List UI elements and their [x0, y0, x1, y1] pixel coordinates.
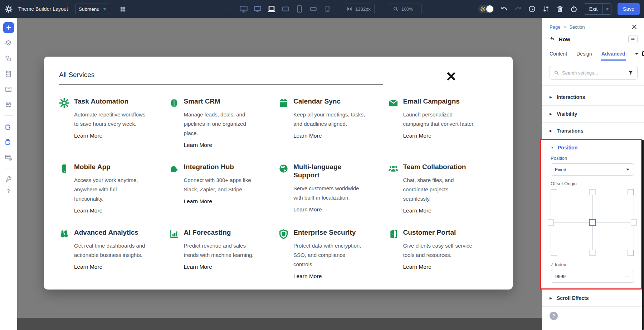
chevron-down-icon — [626, 168, 630, 171]
viewport-width-value: 1382px — [355, 6, 371, 12]
sidebar-item-wrench[interactable] — [3, 174, 14, 185]
learn-more-link[interactable]: Learn More — [74, 264, 102, 270]
sidebar-item-shapes[interactable] — [3, 53, 14, 64]
power-icon[interactable] — [570, 5, 578, 13]
sidebar-divider — [4, 115, 13, 116]
learn-more-link[interactable]: Learn More — [74, 133, 102, 139]
tablet-landscape-icon — [281, 5, 290, 13]
binoculars-icon — [59, 229, 69, 239]
service-card: Mobile App Access your work anytime, any… — [59, 163, 169, 229]
save-button[interactable]: Save — [618, 3, 640, 15]
sidebar-item-plus[interactable] — [3, 22, 14, 33]
panel-close-icon[interactable] — [631, 24, 638, 30]
filter-funnel-icon[interactable] — [628, 70, 633, 75]
zoom-control[interactable]: 100% — [389, 4, 422, 14]
door-icon — [388, 229, 399, 239]
origin-handle-center-selected[interactable] — [589, 219, 596, 226]
service-card-body: Smart CRM Manage leads, deals, and pipel… — [184, 97, 246, 148]
accordion-transitions[interactable]: ▶Transitions — [542, 122, 644, 139]
learn-more-link[interactable]: Learn More — [403, 264, 431, 270]
node-label: Row — [559, 36, 570, 42]
exit-caret-button[interactable] — [602, 4, 611, 14]
sidebar-item-cursor-dots[interactable] — [3, 121, 14, 132]
device-phone[interactable] — [322, 4, 333, 14]
service-title: Smart CRM — [184, 97, 246, 106]
origin-handle-middle-left[interactable] — [548, 220, 554, 226]
position-select[interactable]: Fixed — [551, 163, 634, 176]
desktop-xl-icon — [239, 5, 248, 13]
device-desktop[interactable] — [252, 4, 263, 14]
accordion-scroll-effects[interactable]: ▶ Scroll Effects — [542, 290, 644, 306]
kebab-menu-icon[interactable] — [229, 6, 230, 12]
modal-title: All Services — [59, 71, 498, 79]
panel-scrollbar[interactable] — [642, 140, 644, 330]
position-section-body: Position Fixed Offset Origin — [541, 150, 641, 288]
learn-more-link[interactable]: Learn More — [184, 142, 212, 148]
puzzle-icon — [169, 163, 179, 174]
breadcrumb-section[interactable]: Section — [569, 24, 585, 30]
z-index-input[interactable] — [555, 274, 577, 279]
service-card-body: Integration Hub Connect with 300+ apps l… — [184, 163, 251, 205]
redo-icon[interactable] — [514, 5, 522, 13]
tabs-responsive-toggle[interactable] — [635, 50, 644, 57]
origin-handle-top-right[interactable] — [628, 189, 634, 195]
breadcrumb-page[interactable]: Page — [550, 24, 560, 30]
service-title: Task Automation — [74, 97, 145, 106]
shapes-icon — [5, 55, 12, 62]
position-accordion-header[interactable]: ▼ Position — [541, 140, 641, 150]
accordion-gap — [542, 86, 644, 89]
sidebar-item-widget-badge[interactable] — [3, 152, 14, 163]
builder-menu-gear-icon[interactable] — [5, 5, 13, 13]
service-title: Mobile App — [74, 163, 138, 171]
origin-handle-bottom-right[interactable] — [628, 250, 634, 256]
origin-handle-middle-right[interactable] — [631, 220, 637, 226]
sidebar-item-layers[interactable] — [3, 38, 14, 48]
sort-arrows-icon[interactable] — [542, 5, 550, 13]
tab-advanced[interactable]: Advanced — [601, 47, 625, 60]
origin-handle-bottom-center[interactable] — [589, 250, 595, 256]
submenu-dropdown[interactable]: Submenu — [75, 4, 110, 14]
trash-icon[interactable] — [556, 5, 564, 13]
learn-more-link[interactable]: Learn More — [403, 133, 431, 139]
tab-content[interactable]: Content — [550, 47, 567, 60]
title-underline — [59, 84, 383, 85]
device-desktop-xl[interactable] — [238, 4, 249, 14]
learn-more-link[interactable]: Learn More — [403, 207, 431, 214]
device-tablet[interactable] — [294, 4, 305, 14]
learn-more-link[interactable]: Learn More — [74, 207, 102, 214]
sidebar-item-database[interactable] — [3, 68, 14, 79]
accordion-visibility[interactable]: ▶Visibility — [542, 105, 644, 122]
back-arrow-icon[interactable] — [550, 36, 555, 42]
modal-close-button[interactable] — [445, 71, 457, 82]
sidebar-item-cursor-grid[interactable] — [3, 137, 14, 147]
help-button[interactable]: ? — [550, 312, 558, 320]
undo-icon[interactable] — [500, 5, 508, 13]
accordion-label: Transitions — [557, 128, 584, 134]
viewport-width-field[interactable]: 1382px — [343, 4, 375, 14]
accordion-label: Scroll Effects — [557, 295, 589, 301]
tab-design[interactable]: Design — [576, 47, 592, 60]
learn-more-link[interactable]: Learn More — [293, 133, 322, 139]
chart-icon — [169, 229, 179, 239]
highlight-toggle[interactable] — [478, 5, 494, 13]
learn-more-link[interactable]: Learn More — [184, 264, 212, 270]
exit-button[interactable]: Exit — [584, 4, 602, 14]
sidebar-item-rows[interactable] — [3, 99, 14, 110]
history-clock-icon[interactable] — [528, 5, 536, 13]
origin-handle-top-left[interactable] — [551, 189, 557, 195]
device-laptop[interactable] — [266, 4, 277, 14]
toolbar-left: Theme Builder Layout Submenu — [5, 0, 126, 18]
sidebar-item-help[interactable]: ? — [3, 189, 14, 200]
device-phone-landscape[interactable] — [308, 4, 319, 14]
panel-dock-button[interactable] — [628, 35, 638, 43]
origin-handle-bottom-left[interactable] — [551, 250, 557, 256]
learn-more-link[interactable]: Learn More — [293, 206, 322, 213]
grid-view-icon[interactable] — [119, 6, 126, 13]
learn-more-link[interactable]: Learn More — [184, 198, 212, 205]
origin-handle-top-center[interactable] — [589, 189, 595, 195]
accordion-interactions[interactable]: ▶Interactions — [542, 89, 644, 105]
sidebar-item-form[interactable] — [3, 84, 14, 95]
device-tablet-landscape[interactable] — [280, 4, 291, 14]
search-settings-input[interactable] — [562, 70, 628, 76]
learn-more-link[interactable]: Learn More — [293, 273, 322, 279]
